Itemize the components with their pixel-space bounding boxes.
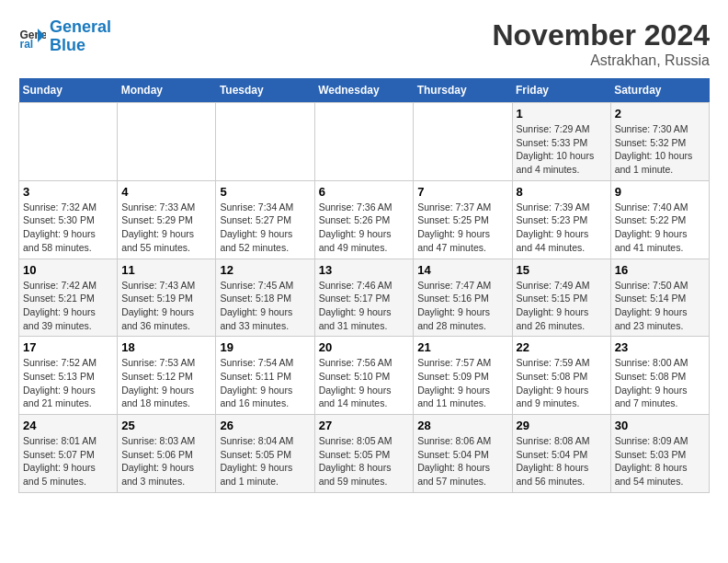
day-detail: Sunrise: 7:53 AMSunset: 5:12 PMDaylight:…	[121, 356, 211, 410]
day-cell: 3Sunrise: 7:32 AMSunset: 5:30 PMDaylight…	[19, 180, 118, 259]
month-title: November 2024	[492, 18, 710, 52]
day-cell: 26Sunrise: 8:04 AMSunset: 5:05 PMDayligh…	[216, 415, 314, 493]
header-cell-monday: Monday	[118, 78, 216, 103]
day-number: 25	[121, 419, 211, 432]
day-detail: Sunrise: 7:49 AMSunset: 5:15 PMDaylight:…	[517, 279, 607, 333]
day-detail: Sunrise: 7:34 AMSunset: 5:27 PMDaylight:…	[220, 201, 310, 255]
day-number: 10	[23, 263, 113, 277]
day-number: 5	[220, 185, 310, 199]
day-number: 13	[319, 263, 410, 277]
title-area: November 2024 Astrakhan, Russia	[492, 18, 710, 69]
day-number: 18	[121, 340, 211, 354]
day-cell	[118, 103, 216, 181]
day-cell	[216, 103, 314, 181]
day-cell: 9Sunrise: 7:40 AMSunset: 5:22 PMDaylight…	[610, 180, 709, 259]
day-detail: Sunrise: 7:32 AMSunset: 5:30 PMDaylight:…	[23, 201, 113, 255]
day-number: 17	[23, 340, 113, 354]
day-cell: 19Sunrise: 7:54 AMSunset: 5:11 PMDayligh…	[216, 337, 314, 415]
day-cell: 25Sunrise: 8:03 AMSunset: 5:06 PMDayligh…	[118, 415, 216, 493]
day-number: 15	[517, 263, 607, 277]
day-number: 14	[417, 263, 507, 277]
day-detail: Sunrise: 8:08 AMSunset: 5:04 PMDaylight:…	[517, 434, 607, 488]
day-number: 24	[23, 419, 113, 432]
day-cell: 15Sunrise: 7:49 AMSunset: 5:15 PMDayligh…	[512, 259, 610, 337]
day-cell: 12Sunrise: 7:45 AMSunset: 5:18 PMDayligh…	[216, 259, 314, 337]
day-cell: 22Sunrise: 7:59 AMSunset: 5:08 PMDayligh…	[512, 337, 610, 415]
day-cell: 18Sunrise: 7:53 AMSunset: 5:12 PMDayligh…	[118, 337, 216, 415]
day-number: 26	[220, 419, 310, 432]
day-number: 7	[417, 185, 507, 199]
day-detail: Sunrise: 7:42 AMSunset: 5:21 PMDaylight:…	[23, 279, 113, 333]
day-number: 29	[517, 419, 607, 432]
day-number: 6	[319, 185, 410, 199]
day-cell: 24Sunrise: 8:01 AMSunset: 5:07 PMDayligh…	[19, 415, 118, 493]
day-number: 23	[615, 340, 705, 354]
day-cell: 14Sunrise: 7:47 AMSunset: 5:16 PMDayligh…	[414, 259, 512, 337]
day-cell: 16Sunrise: 7:50 AMSunset: 5:14 PMDayligh…	[610, 259, 709, 337]
day-cell: 10Sunrise: 7:42 AMSunset: 5:21 PMDayligh…	[19, 259, 118, 337]
day-cell: 17Sunrise: 7:52 AMSunset: 5:13 PMDayligh…	[19, 337, 118, 415]
day-cell	[414, 103, 512, 181]
day-detail: Sunrise: 7:45 AMSunset: 5:18 PMDaylight:…	[220, 279, 310, 333]
day-detail: Sunrise: 7:47 AMSunset: 5:16 PMDaylight:…	[417, 279, 507, 333]
day-detail: Sunrise: 7:29 AMSunset: 5:33 PMDaylight:…	[517, 122, 607, 177]
day-detail: Sunrise: 7:52 AMSunset: 5:13 PMDaylight:…	[23, 356, 113, 410]
header-cell-friday: Friday	[512, 78, 610, 103]
day-cell: 30Sunrise: 8:09 AMSunset: 5:03 PMDayligh…	[610, 415, 709, 493]
day-detail: Sunrise: 8:06 AMSunset: 5:04 PMDaylight:…	[417, 434, 507, 488]
day-number: 21	[417, 340, 507, 354]
day-detail: Sunrise: 8:03 AMSunset: 5:06 PMDaylight:…	[121, 434, 211, 488]
header-cell-saturday: Saturday	[610, 78, 709, 103]
header: Gene ral GeneralBlue November 2024 Astra…	[18, 18, 710, 69]
day-detail: Sunrise: 7:54 AMSunset: 5:11 PMDaylight:…	[220, 356, 310, 410]
day-cell: 11Sunrise: 7:43 AMSunset: 5:19 PMDayligh…	[118, 259, 216, 337]
day-cell: 4Sunrise: 7:33 AMSunset: 5:29 PMDaylight…	[118, 180, 216, 259]
day-number: 20	[319, 340, 410, 354]
week-row-2: 3Sunrise: 7:32 AMSunset: 5:30 PMDaylight…	[19, 180, 710, 259]
day-detail: Sunrise: 7:39 AMSunset: 5:23 PMDaylight:…	[517, 201, 607, 255]
svg-text:ral: ral	[20, 38, 34, 51]
logo: Gene ral GeneralBlue	[18, 18, 111, 55]
day-cell: 20Sunrise: 7:56 AMSunset: 5:10 PMDayligh…	[314, 337, 414, 415]
day-detail: Sunrise: 8:00 AMSunset: 5:08 PMDaylight:…	[615, 356, 705, 410]
calendar-table: SundayMondayTuesdayWednesdayThursdayFrid…	[18, 78, 710, 493]
logo-icon: Gene ral	[18, 23, 46, 51]
day-cell: 21Sunrise: 7:57 AMSunset: 5:09 PMDayligh…	[414, 337, 512, 415]
day-detail: Sunrise: 7:37 AMSunset: 5:25 PMDaylight:…	[417, 201, 507, 255]
day-cell	[314, 103, 414, 181]
day-cell: 13Sunrise: 7:46 AMSunset: 5:17 PMDayligh…	[314, 259, 414, 337]
day-number: 2	[615, 107, 705, 121]
day-detail: Sunrise: 8:05 AMSunset: 5:05 PMDaylight:…	[319, 434, 410, 488]
header-cell-wednesday: Wednesday	[314, 78, 414, 103]
day-detail: Sunrise: 7:59 AMSunset: 5:08 PMDaylight:…	[517, 356, 607, 410]
day-detail: Sunrise: 8:01 AMSunset: 5:07 PMDaylight:…	[23, 434, 113, 488]
day-cell: 1Sunrise: 7:29 AMSunset: 5:33 PMDaylight…	[512, 103, 610, 181]
day-number: 9	[615, 185, 705, 199]
day-number: 3	[23, 185, 113, 199]
week-row-3: 10Sunrise: 7:42 AMSunset: 5:21 PMDayligh…	[19, 259, 710, 337]
day-cell: 27Sunrise: 8:05 AMSunset: 5:05 PMDayligh…	[314, 415, 414, 493]
day-detail: Sunrise: 7:33 AMSunset: 5:29 PMDaylight:…	[121, 201, 211, 255]
location-title: Astrakhan, Russia	[492, 52, 710, 69]
header-cell-sunday: Sunday	[19, 78, 118, 103]
day-cell: 8Sunrise: 7:39 AMSunset: 5:23 PMDaylight…	[512, 180, 610, 259]
day-detail: Sunrise: 7:30 AMSunset: 5:32 PMDaylight:…	[615, 122, 705, 177]
day-cell: 7Sunrise: 7:37 AMSunset: 5:25 PMDaylight…	[414, 180, 512, 259]
day-detail: Sunrise: 7:46 AMSunset: 5:17 PMDaylight:…	[319, 279, 410, 333]
day-number: 16	[615, 263, 705, 277]
day-detail: Sunrise: 8:09 AMSunset: 5:03 PMDaylight:…	[615, 434, 705, 488]
day-number: 22	[517, 340, 607, 354]
day-number: 12	[220, 263, 310, 277]
day-detail: Sunrise: 7:57 AMSunset: 5:09 PMDaylight:…	[417, 356, 507, 410]
day-number: 19	[220, 340, 310, 354]
day-number: 30	[615, 419, 705, 432]
day-number: 4	[121, 185, 211, 199]
day-cell	[19, 103, 118, 181]
day-number: 8	[517, 185, 607, 199]
day-cell: 23Sunrise: 8:00 AMSunset: 5:08 PMDayligh…	[610, 337, 709, 415]
day-number: 11	[121, 263, 211, 277]
day-detail: Sunrise: 7:40 AMSunset: 5:22 PMDaylight:…	[615, 201, 705, 255]
day-detail: Sunrise: 8:04 AMSunset: 5:05 PMDaylight:…	[220, 434, 310, 488]
day-cell: 29Sunrise: 8:08 AMSunset: 5:04 PMDayligh…	[512, 415, 610, 493]
week-row-1: 1Sunrise: 7:29 AMSunset: 5:33 PMDaylight…	[19, 103, 710, 181]
